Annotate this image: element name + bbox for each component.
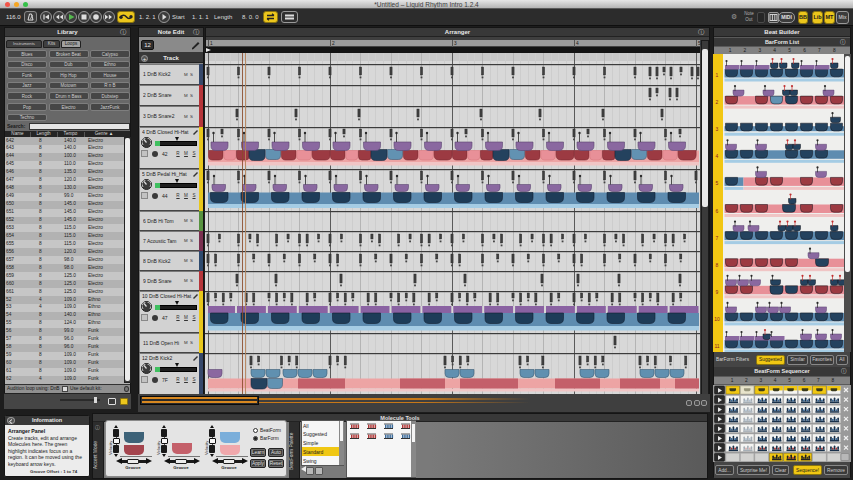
svg-text:10: 10 <box>714 316 720 322</box>
svg-text:5: 5 <box>716 180 719 186</box>
svg-text:2: 2 <box>716 99 719 105</box>
svg-text:8: 8 <box>716 262 719 268</box>
svg-text:6: 6 <box>716 208 719 214</box>
svg-text:3: 3 <box>716 126 719 132</box>
svg-text:4: 4 <box>716 153 719 159</box>
svg-text:9: 9 <box>716 289 719 295</box>
svg-text:11: 11 <box>714 343 719 349</box>
svg-text:1: 1 <box>716 72 719 78</box>
svg-text:7: 7 <box>716 235 719 241</box>
